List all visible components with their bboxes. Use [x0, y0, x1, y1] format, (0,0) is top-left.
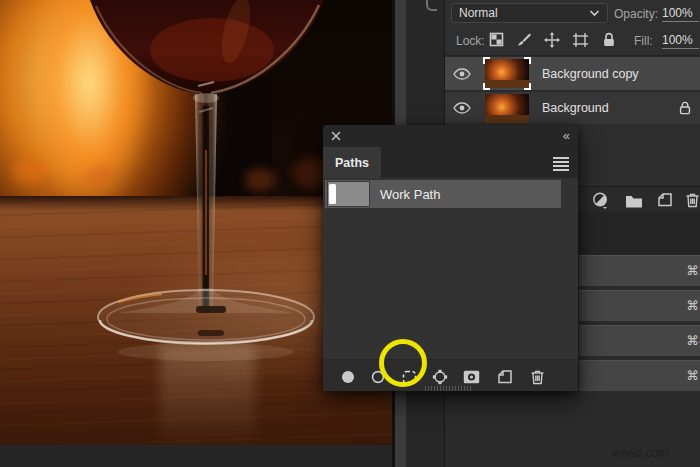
watermark: wtvid.com	[613, 446, 669, 460]
opacity-value[interactable]: 100%	[662, 6, 699, 22]
lock-all-icon[interactable]	[602, 32, 616, 48]
action-row[interactable]: ⌘3	[579, 290, 700, 321]
shortcut-badge: ⌘3	[687, 298, 700, 313]
layer-name[interactable]: Background	[542, 101, 679, 115]
panel-resize-grip[interactable]	[425, 386, 471, 391]
new-path-icon[interactable]	[496, 368, 514, 386]
paths-panel: « Paths Work Path	[323, 125, 578, 391]
add-mask-icon[interactable]	[462, 368, 480, 386]
paths-list: Work Path	[323, 178, 578, 359]
close-icon[interactable]	[331, 131, 341, 141]
paths-tab-bar: Paths	[323, 147, 578, 178]
load-path-as-selection-icon[interactable]	[400, 368, 418, 386]
selection-bracket	[524, 57, 531, 64]
layers-panel-controls: Normal Opacity: 100% Lock:	[445, 0, 700, 56]
fill-path-icon[interactable]	[339, 368, 357, 386]
photoshop-window: Normal Opacity: 100% Lock:	[0, 0, 700, 467]
tab-paths[interactable]: Paths	[323, 147, 381, 178]
delete-path-trash-icon[interactable]	[528, 368, 546, 386]
fill-label: Fill:	[634, 34, 653, 48]
visibility-eye-icon[interactable]	[445, 102, 479, 114]
new-group-folder-icon[interactable]	[625, 194, 643, 208]
opacity-label: Opacity:	[614, 7, 658, 21]
action-row[interactable]: ⌘5	[579, 360, 700, 391]
shortcut-badge: ⌘2	[687, 263, 700, 278]
shortcut-badge: ⌘5	[687, 368, 700, 383]
make-work-path-icon[interactable]	[431, 368, 449, 386]
layer-row-background-copy[interactable]: Background copy	[445, 57, 700, 90]
new-layer-icon[interactable]	[657, 192, 673, 208]
layer-name[interactable]: Background copy	[542, 67, 700, 81]
shortcut-badge: ⌘4	[687, 333, 700, 348]
stroke-path-icon[interactable]	[369, 368, 387, 386]
paths-panel-header[interactable]: «	[323, 125, 578, 147]
lock-transparency-icon[interactable]	[489, 32, 504, 47]
chevron-down-icon	[589, 9, 600, 17]
lock-artboard-icon[interactable]	[572, 32, 589, 48]
panel-corner-remnant	[426, 0, 437, 11]
path-shape-preview	[329, 184, 336, 204]
adjustment-layer-icon[interactable]	[592, 192, 609, 209]
path-row-work-path[interactable]: Work Path	[325, 180, 561, 208]
path-name: Work Path	[380, 187, 440, 202]
lock-label: Lock:	[456, 34, 485, 48]
lock-pixels-brush-icon[interactable]	[516, 32, 532, 48]
fill-value[interactable]: 100%	[662, 33, 699, 49]
layer-row-background[interactable]: Background	[445, 91, 700, 124]
layer-lock-icon	[679, 101, 691, 115]
lock-position-move-icon[interactable]	[544, 32, 560, 48]
divider	[445, 55, 700, 56]
selection-bracket	[483, 83, 490, 90]
blend-mode-dropdown[interactable]: Normal	[451, 3, 608, 23]
layer-thumbnail[interactable]	[485, 94, 529, 123]
visibility-eye-icon[interactable]	[445, 68, 479, 80]
layer-thumbnail[interactable]	[485, 59, 529, 88]
blend-mode-value: Normal	[459, 6, 589, 20]
action-row[interactable]: ⌘4	[579, 325, 700, 356]
action-row[interactable]: ⌘2	[579, 255, 700, 286]
path-thumbnail[interactable]	[328, 182, 369, 206]
selection-bracket	[483, 57, 490, 64]
collapse-to-icons-icon[interactable]: «	[563, 131, 569, 141]
selection-bracket	[524, 83, 531, 90]
panel-menu-icon[interactable]	[553, 157, 569, 173]
delete-layer-trash-icon[interactable]	[685, 192, 700, 208]
